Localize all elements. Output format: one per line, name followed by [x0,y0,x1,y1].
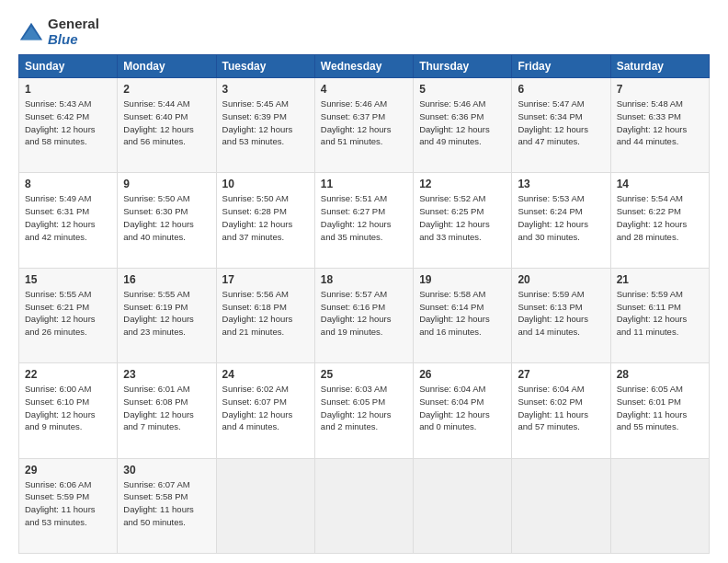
calendar-cell: 21Sunrise: 5:59 AMSunset: 6:11 PMDayligh… [610,268,709,362]
calendar-cell: 29Sunrise: 6:06 AMSunset: 5:59 PMDayligh… [19,458,118,553]
cell-line: Sunrise: 6:07 AM [123,478,210,491]
cell-line: and 14 minutes. [518,326,604,339]
calendar-cell: 23Sunrise: 6:01 AMSunset: 6:08 PMDayligh… [118,363,216,458]
cell-line: Daylight: 12 hours [25,313,111,326]
col-header-friday: Friday [512,55,610,78]
calendar-cell: 10Sunrise: 5:50 AMSunset: 6:28 PMDayligh… [216,173,314,268]
logo-general: General [48,16,99,31]
cell-line: Daylight: 12 hours [518,218,604,231]
day-number: 14 [617,178,703,190]
cell-line: and 37 minutes. [222,231,309,244]
cell-line: Sunrise: 5:49 AM [25,192,111,205]
calendar-cell: 8Sunrise: 5:49 AMSunset: 6:31 PMDaylight… [19,173,118,268]
calendar-cell: 3Sunrise: 5:45 AMSunset: 6:39 PMDaylight… [216,78,314,173]
day-number: 6 [518,83,604,96]
cell-line: Sunrise: 5:45 AM [222,98,309,110]
cell-line: and 35 minutes. [321,231,407,244]
cell-line: Sunrise: 6:04 AM [419,383,506,396]
cell-line: Daylight: 12 hours [321,218,407,231]
cell-line: Daylight: 12 hours [617,313,703,326]
cell-line: and 7 minutes. [123,420,210,433]
cell-info: Sunrise: 5:51 AMSunset: 6:27 PMDaylight:… [321,192,407,243]
cell-line: Sunrise: 6:00 AM [25,383,111,396]
cell-info: Sunrise: 5:57 AMSunset: 6:16 PMDaylight:… [321,288,407,339]
calendar-cell: 12Sunrise: 5:52 AMSunset: 6:25 PMDayligh… [414,173,512,268]
day-number: 2 [123,83,210,96]
cell-line: Daylight: 12 hours [123,408,210,421]
cell-line: and 55 minutes. [617,420,703,433]
cell-line: Daylight: 12 hours [222,218,309,231]
cell-line: and 11 minutes. [617,326,703,339]
calendar-cell: 28Sunrise: 6:05 AMSunset: 6:01 PMDayligh… [610,363,709,458]
cell-line: and 50 minutes. [123,516,210,529]
day-number: 19 [419,273,506,286]
cell-line: and 56 minutes. [123,135,210,148]
page: General Blue SundayMondayTuesdayWednesda… [0,0,728,563]
day-number: 15 [25,273,111,286]
cell-line: Sunset: 6:31 PM [25,205,111,218]
cell-line: and 33 minutes. [419,231,506,244]
cell-info: Sunrise: 5:59 AMSunset: 6:11 PMDaylight:… [617,288,703,339]
cell-line: Sunset: 6:27 PM [321,205,407,218]
cell-info: Sunrise: 5:55 AMSunset: 6:19 PMDaylight:… [123,288,210,339]
calendar-cell: 24Sunrise: 6:02 AMSunset: 6:07 PMDayligh… [216,363,314,458]
cell-line: Sunset: 6:36 PM [419,110,506,123]
calendar-cell: 7Sunrise: 5:48 AMSunset: 6:33 PMDaylight… [610,78,709,173]
cell-line: Sunrise: 5:50 AM [222,192,309,205]
logo-blue: Blue [48,31,78,47]
cell-info: Sunrise: 5:55 AMSunset: 6:21 PMDaylight:… [25,288,111,339]
day-number: 18 [321,273,407,286]
calendar-cell: 1Sunrise: 5:43 AMSunset: 6:42 PMDaylight… [19,78,118,173]
col-header-wednesday: Wednesday [314,55,413,78]
day-number: 29 [25,464,111,477]
day-number: 25 [321,368,407,381]
cell-info: Sunrise: 5:52 AMSunset: 6:25 PMDaylight:… [419,192,506,243]
cell-line: and 44 minutes. [617,135,703,148]
header: General Blue [18,17,710,47]
calendar-cell: 9Sunrise: 5:50 AMSunset: 6:30 PMDaylight… [118,173,216,268]
cell-info: Sunrise: 6:02 AMSunset: 6:07 PMDaylight:… [222,383,309,433]
logo-icon [18,19,44,45]
day-number: 12 [419,178,506,190]
calendar-cell: 27Sunrise: 6:04 AMSunset: 6:02 PMDayligh… [512,363,610,458]
cell-info: Sunrise: 5:50 AMSunset: 6:28 PMDaylight:… [222,192,309,243]
day-number: 5 [419,83,506,96]
cell-line: Sunrise: 5:47 AM [518,98,604,110]
cell-line: Daylight: 12 hours [518,313,604,326]
cell-line: Sunrise: 6:06 AM [25,478,111,491]
calendar-table: SundayMondayTuesdayWednesdayThursdayFrid… [18,54,710,554]
cell-line: Sunset: 6:05 PM [321,396,407,408]
cell-line: and 4 minutes. [222,420,309,433]
cell-info: Sunrise: 5:47 AMSunset: 6:34 PMDaylight:… [518,98,604,148]
day-number: 8 [25,178,111,190]
cell-line: and 47 minutes. [518,135,604,148]
day-number: 13 [518,178,604,190]
cell-line: Sunset: 6:19 PM [123,301,210,314]
cell-info: Sunrise: 5:54 AMSunset: 6:22 PMDaylight:… [617,192,703,243]
cell-line: and 28 minutes. [617,231,703,244]
cell-line: Sunset: 6:18 PM [222,301,309,314]
cell-line: Daylight: 12 hours [123,218,210,231]
cell-info: Sunrise: 6:05 AMSunset: 6:01 PMDaylight:… [617,383,703,433]
cell-line: and 19 minutes. [321,326,407,339]
cell-line: Sunset: 6:24 PM [518,205,604,218]
cell-line: Sunset: 6:21 PM [25,301,111,314]
day-number: 20 [518,273,604,286]
cell-info: Sunrise: 6:06 AMSunset: 5:59 PMDaylight:… [25,478,111,529]
cell-line: Sunrise: 5:43 AM [25,98,111,110]
cell-line: Sunset: 6:11 PM [617,301,703,314]
cell-line: Daylight: 12 hours [321,313,407,326]
cell-info: Sunrise: 5:46 AMSunset: 6:36 PMDaylight:… [419,98,506,148]
cell-line: and 40 minutes. [123,231,210,244]
cell-line: Sunset: 6:34 PM [518,110,604,123]
cell-info: Sunrise: 5:48 AMSunset: 6:33 PMDaylight:… [617,98,703,148]
calendar-cell [414,458,512,553]
cell-info: Sunrise: 5:46 AMSunset: 6:37 PMDaylight:… [321,98,407,148]
cell-line: Daylight: 12 hours [419,408,506,421]
cell-line: and 0 minutes. [419,420,506,433]
cell-line: Sunrise: 5:57 AM [321,288,407,301]
cell-line: Sunset: 6:14 PM [419,301,506,314]
calendar-cell: 6Sunrise: 5:47 AMSunset: 6:34 PMDaylight… [512,78,610,173]
calendar-cell [512,458,610,553]
day-number: 16 [123,273,210,286]
